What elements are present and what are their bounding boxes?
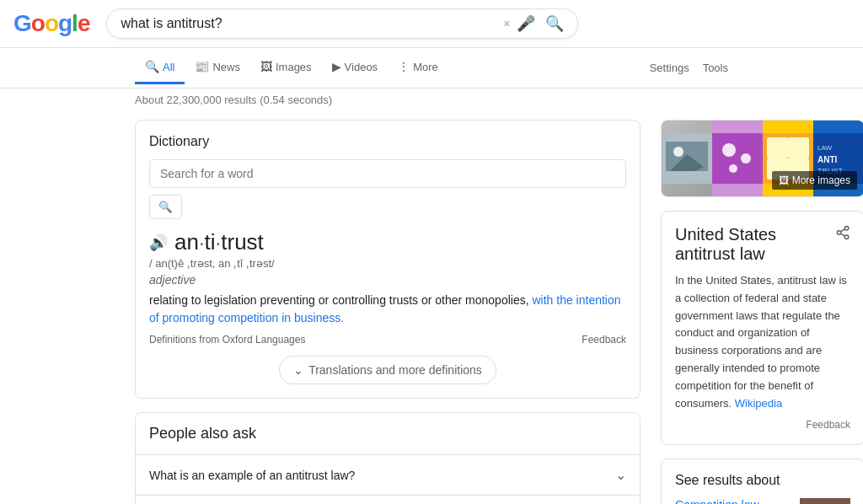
more-icon: ⋮ bbox=[398, 60, 410, 73]
dict-source-text: Definitions from Oxford Languages bbox=[149, 334, 305, 346]
chevron-down-icon: ⌄ bbox=[293, 363, 303, 377]
tab-news[interactable]: 📰 News bbox=[185, 51, 250, 84]
header: Google × 🎤 🔍 bbox=[0, 0, 863, 48]
tab-news-label: News bbox=[212, 61, 240, 73]
nav-settings: Settings Tools bbox=[650, 62, 728, 74]
tab-all[interactable]: 🔍 All bbox=[135, 51, 185, 84]
search-icon[interactable]: 🔍 bbox=[545, 14, 564, 33]
see-results-item: Competition law Competition law is a law… bbox=[675, 498, 850, 504]
src-image[interactable]: COMPE bbox=[800, 498, 850, 504]
translations-button[interactable]: ⌄ Translations and more definitions bbox=[279, 356, 496, 384]
svg-rect-21 bbox=[800, 498, 850, 504]
tab-images-label: Images bbox=[276, 61, 312, 73]
kc-header: United States antitrust law bbox=[675, 225, 850, 264]
svg-point-18 bbox=[844, 235, 849, 239]
svg-text:LAW: LAW bbox=[817, 144, 832, 152]
mic-icon[interactable]: 🎤 bbox=[517, 14, 535, 33]
paa-item-1[interactable]: What is an example of an antitrust law? … bbox=[136, 454, 640, 495]
kc-feedback[interactable]: Feedback bbox=[675, 419, 850, 431]
kc-title: United States antitrust law bbox=[675, 225, 835, 264]
translations-label: Translations and more definitions bbox=[308, 363, 482, 377]
svg-point-2 bbox=[673, 147, 683, 157]
see-results-card: See results about Competition law Compet… bbox=[661, 458, 863, 504]
wikipedia-link[interactable]: Wikipedia bbox=[735, 397, 782, 410]
paa-question-1: What is an example of an antitrust law? bbox=[149, 469, 355, 482]
dict-word: an·ti·trust bbox=[174, 229, 264, 255]
clear-icon[interactable]: × bbox=[503, 17, 510, 30]
svg-point-7 bbox=[729, 164, 737, 173]
svg-rect-10 bbox=[788, 137, 809, 158]
dict-pos: adjective bbox=[149, 273, 626, 287]
dict-source: Definitions from Oxford Languages Feedba… bbox=[149, 334, 626, 346]
share-icon[interactable] bbox=[835, 225, 850, 244]
svg-point-6 bbox=[741, 153, 751, 164]
left-column: Dictionary 🔍 🔊 an·ti·trust / an(t)ē ˌtrə… bbox=[135, 120, 641, 504]
dictionary-search-button[interactable]: 🔍 bbox=[149, 195, 182, 219]
all-icon: 🔍 bbox=[145, 60, 159, 73]
images-icon: 🖼 bbox=[260, 60, 272, 73]
image-2[interactable] bbox=[712, 121, 763, 196]
tab-more-label: More bbox=[413, 61, 438, 73]
results-count: About 22,300,000 results (0.54 seconds) bbox=[0, 88, 863, 111]
tab-videos-label: Videos bbox=[345, 61, 378, 73]
tools-link[interactable]: Tools bbox=[703, 62, 728, 74]
svg-point-17 bbox=[837, 231, 841, 235]
tab-all-label: All bbox=[163, 61, 174, 73]
paa-title: People also ask bbox=[136, 413, 640, 454]
svg-rect-9 bbox=[767, 137, 788, 158]
dict-pronunciation: / an(t)ē ˌtrəst, an ˌtī ˌtrəst/ bbox=[149, 257, 626, 270]
dict-feedback[interactable]: Feedback bbox=[582, 334, 626, 346]
images-grid: ANTI TRUST LAW 🖼 More images bbox=[662, 121, 863, 196]
def-link-with[interactable]: with the intention of promoting competit… bbox=[149, 293, 621, 324]
word-row: 🔊 an·ti·trust bbox=[149, 229, 626, 255]
knowledge-card: United States antitrust law In the Unite… bbox=[661, 211, 863, 445]
videos-icon: ▶ bbox=[332, 60, 341, 73]
people-also-ask-card: People also ask What is an example of an… bbox=[135, 412, 641, 504]
main-content: Dictionary 🔍 🔊 an·ti·trust / an(t)ē ˌtrə… bbox=[0, 111, 863, 504]
more-images-label: More images bbox=[792, 174, 850, 186]
see-results-title: See results about bbox=[675, 473, 850, 488]
tab-images[interactable]: 🖼 Images bbox=[250, 51, 322, 84]
dict-definition: relating to legislation preventing or co… bbox=[149, 292, 626, 327]
settings-link[interactable]: Settings bbox=[650, 62, 689, 74]
svg-point-5 bbox=[722, 143, 736, 157]
news-icon: 📰 bbox=[195, 60, 209, 73]
kc-description: In the United States, antitrust law is a… bbox=[675, 272, 850, 412]
svg-line-19 bbox=[840, 233, 844, 236]
dictionary-search-input[interactable] bbox=[149, 159, 626, 188]
dictionary-card: Dictionary 🔍 🔊 an·ti·trust / an(t)ē ˌtrə… bbox=[135, 120, 641, 399]
speaker-button[interactable]: 🔊 bbox=[149, 233, 168, 252]
paa-item-2[interactable]: Why is it called antitrust? ⌄ bbox=[136, 495, 640, 504]
svg-point-16 bbox=[844, 227, 849, 231]
svg-line-20 bbox=[840, 229, 844, 232]
image-1[interactable] bbox=[662, 121, 712, 196]
dictionary-title: Dictionary bbox=[149, 134, 626, 149]
svg-text:ANTI: ANTI bbox=[817, 155, 838, 164]
images-card: ANTI TRUST LAW 🖼 More images bbox=[661, 120, 863, 197]
chevron-down-icon-1: ⌄ bbox=[615, 467, 626, 483]
google-logo[interactable]: Google bbox=[13, 10, 89, 37]
right-column: ANTI TRUST LAW 🖼 More images United Stat… bbox=[661, 120, 863, 504]
more-images-overlay[interactable]: 🖼 More images bbox=[772, 171, 857, 190]
search-bar: × 🎤 🔍 bbox=[106, 8, 578, 39]
src-text: Competition law Competition law is a law… bbox=[675, 498, 790, 504]
tab-videos[interactable]: ▶ Videos bbox=[322, 51, 389, 84]
competition-law-link[interactable]: Competition law bbox=[675, 498, 759, 504]
tab-more[interactable]: ⋮ More bbox=[388, 51, 448, 84]
images-icon-small: 🖼 bbox=[779, 174, 789, 186]
search-input[interactable] bbox=[121, 16, 503, 31]
nav-tabs: 🔍 All 📰 News 🖼 Images ▶ Videos ⋮ More Se… bbox=[0, 48, 863, 88]
svg-rect-4 bbox=[712, 133, 763, 184]
results-count-text: About 22,300,000 results (0.54 seconds) bbox=[135, 94, 332, 106]
